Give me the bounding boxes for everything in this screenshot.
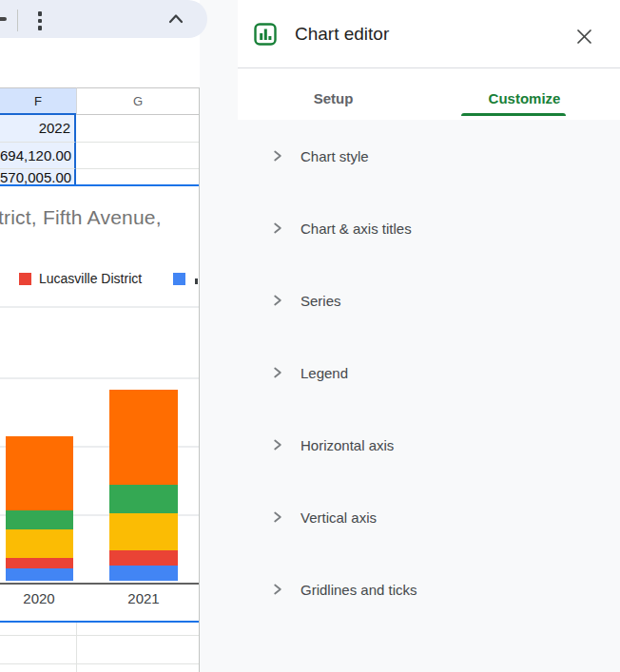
bar-2020 (6, 436, 73, 581)
column-header-g[interactable]: G (76, 87, 199, 115)
bar-segment-yellow-series (6, 529, 73, 558)
bar-segment-blue-series (6, 568, 73, 581)
sheet-grid-fragment[interactable] (0, 623, 199, 672)
gridline (76, 623, 77, 672)
x-axis-label: 2020 (5, 590, 73, 606)
x-axis-line (0, 583, 199, 585)
kebab-menu-icon[interactable] (34, 10, 46, 32)
chevron-right-icon (272, 150, 283, 162)
bar-segment-orange-series (6, 436, 73, 510)
cell-g-empty[interactable] (76, 143, 199, 169)
panel-header: Chart editor (238, 0, 620, 67)
tab-customize[interactable]: Customize (429, 68, 620, 119)
chart-legend: Lucasville District (0, 270, 199, 287)
chart-gridline (0, 306, 199, 308)
column-header-f[interactable]: F (0, 87, 76, 115)
floating-toolbar (0, 0, 207, 38)
cell-f-year[interactable]: 2022 (0, 115, 76, 143)
chevron-right-icon (272, 439, 283, 451)
accordion-section-label: Horizontal axis (300, 437, 394, 453)
collapse-chevron-icon[interactable] (165, 10, 186, 28)
accordion-section-chart-axis-titles[interactable]: Chart & axis titles (238, 205, 620, 251)
bar-segment-green-series (6, 510, 73, 529)
chevron-right-icon (272, 511, 283, 523)
accordion-section-label: Chart & axis titles (300, 221, 412, 237)
x-axis-label: 2021 (109, 590, 178, 606)
accordion-section-label: Gridlines and ticks (300, 582, 417, 598)
tab-setup[interactable]: Setup (238, 68, 429, 119)
chevron-right-icon (272, 295, 283, 306)
close-icon[interactable] (572, 25, 595, 48)
accordion-section-chart-style[interactable]: Chart style (238, 133, 620, 179)
sheets-with-chart-editor: F G 2022 694,120.00 570,005.00 trict, Fi… (0, 0, 620, 672)
bar-2021 (109, 390, 178, 581)
active-tab-underline (461, 113, 566, 116)
accordion-section-label: Chart style (300, 148, 369, 164)
column-headers: F G (0, 87, 199, 115)
tab-bar: Setup Customize (238, 68, 620, 119)
legend-swatch-red (19, 273, 31, 285)
legend-item (173, 270, 185, 287)
chevron-right-icon (272, 367, 283, 378)
accordion-section-label: Vertical axis (300, 509, 377, 526)
accordion-section-label: Series (300, 293, 341, 309)
clipped-legend-label-fragment (195, 278, 198, 284)
accordion-section-gridlines-and-ticks[interactable]: Gridlines and ticks (238, 566, 620, 612)
table-row: 2022 (0, 115, 199, 143)
accordion-section-horizontal-axis[interactable]: Horizontal axis (238, 422, 620, 468)
chevron-right-icon (272, 222, 283, 234)
bar-segment-red-series (109, 550, 178, 566)
gridline (0, 663, 199, 664)
cell-f-value-1[interactable]: 694,120.00 (0, 143, 76, 169)
embedded-chart[interactable]: trict, Fifth Avenue, Lucasville District… (0, 184, 199, 623)
chevron-right-icon (272, 584, 283, 595)
table-row: 694,120.00 (0, 143, 199, 169)
cell-g-empty[interactable] (76, 115, 199, 143)
accordion-section-legend[interactable]: Legend (238, 350, 620, 395)
accordion-section-label: Legend (300, 365, 348, 381)
gridline (0, 635, 199, 636)
toolbar-divider (17, 10, 18, 31)
panel-title: Chart editor (295, 24, 389, 45)
bar-segment-orange-series (109, 390, 178, 485)
viewport-gutter (200, 0, 238, 672)
accordion-section-series[interactable]: Series (238, 278, 620, 323)
legend-item: Lucasville District (19, 270, 142, 287)
clipped-toolbar-icon[interactable] (0, 17, 7, 21)
legend-swatch-blue (173, 273, 185, 285)
chart-title-fragment: trict, Fifth Avenue, (0, 206, 162, 229)
bar-segment-red-series (6, 558, 73, 568)
chart-gridline (0, 377, 199, 379)
chart-editor-panel: Chart editor Setup Customize Chart style… (238, 0, 620, 672)
bar-segment-green-series (109, 485, 178, 513)
sheet-rows: 2022 694,120.00 570,005.00 (0, 115, 199, 186)
bar-segment-yellow-series (109, 513, 178, 550)
chart-editor-icon (254, 23, 277, 46)
bar-segment-blue-series (109, 566, 178, 581)
accordion-section-vertical-axis[interactable]: Vertical axis (238, 494, 620, 540)
viewport-edge-line (199, 87, 200, 672)
legend-label: Lucasville District (39, 271, 142, 286)
customize-sections: Chart style Chart & axis titles Series L… (238, 120, 620, 672)
